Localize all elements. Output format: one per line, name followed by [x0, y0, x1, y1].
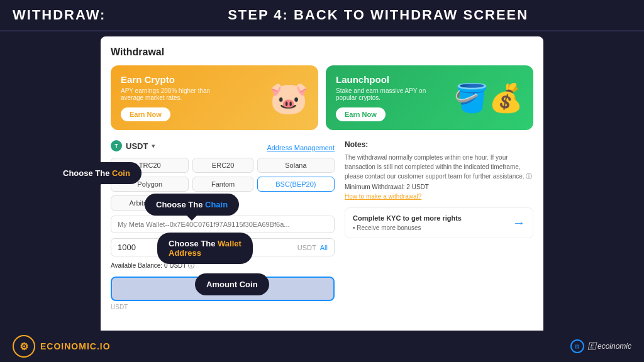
brand-logo-icon: ⚙ — [19, 341, 28, 353]
coin-dropdown-arrow: ▾ — [152, 142, 155, 150]
earn-now-button[interactable]: Earn Now — [121, 107, 170, 121]
chain-erc20[interactable]: ERC20 — [192, 158, 253, 173]
launch-pool-icon: 🪣💰 — [454, 82, 523, 114]
chain-polygon[interactable]: Polygon — [111, 177, 189, 192]
notes-section: Notes: The withdrawal normally completes… — [345, 140, 533, 200]
kyc-title: Complete KYC to get more rights — [353, 214, 462, 222]
earn-content: Earn Crypto APY earnings 200% higher tha… — [121, 74, 221, 121]
earn-heading: Earn Crypto — [121, 74, 221, 85]
launch-now-button[interactable]: Earn Now — [336, 107, 386, 121]
wallet-address-input[interactable] — [111, 216, 335, 233]
notes-info-icon: ⓘ — [526, 173, 532, 180]
how-withdraw-link[interactable]: How to make a withdrawal? — [345, 193, 533, 200]
banner-row: Earn Crypto APY earnings 200% higher tha… — [111, 65, 533, 130]
form-right: Notes: The withdrawal normally completes… — [345, 140, 533, 310]
withdraw-button[interactable]: Withdraw — [111, 277, 335, 301]
kyc-box[interactable]: Complete KYC to get more rights • Receiv… — [345, 207, 533, 238]
kyc-content: Complete KYC to get more rights • Receiv… — [353, 214, 462, 231]
bottom-bar: ⚙ Ecoinomic.io ⚙ 🄴 ecoinomic — [0, 331, 644, 362]
kyc-arrow-icon: → — [513, 216, 525, 230]
earn-crypto-banner: Earn Crypto APY earnings 200% higher tha… — [111, 65, 318, 130]
chain-arbitrum[interactable]: Arbitrum One — [111, 195, 189, 211]
earn-description: APY earnings 200% higher than average ma… — [121, 87, 221, 101]
chain-trc20[interactable]: TRC20 — [111, 158, 189, 173]
notes-body: The withdrawal normally completes within… — [345, 154, 525, 180]
piggy-icon: 🐷 — [269, 80, 308, 116]
withdrawal-title: Withdrawal — [111, 47, 533, 58]
eco-logo-right: ⚙ 🄴 ecoinomic — [570, 339, 631, 353]
launch-heading: Launchpool — [336, 74, 436, 85]
brand-name: Ecoinomic.io — [40, 341, 111, 351]
usdt-note: USDT — [111, 304, 335, 310]
amount-input[interactable] — [118, 243, 297, 252]
form-left: T USDT ▾ Address Management TRC20 ERC20 … — [111, 140, 335, 310]
header-title: Step 4: Back To Withdraw Screen — [125, 7, 631, 23]
form-area: T USDT ▾ Address Management TRC20 ERC20 … — [111, 140, 533, 310]
eco-logo-icon: ⚙ — [574, 343, 580, 350]
coin-dot: T — [111, 140, 122, 151]
balance-label: Available Balance: — [111, 262, 162, 269]
coin-label: USDT — [126, 141, 148, 151]
amount-row: USDT All — [111, 238, 335, 256]
launch-description: Stake and earn massive APY on popular cr… — [336, 87, 436, 101]
eco-brand-name: 🄴 ecoinomic — [588, 342, 631, 351]
chain-fantom[interactable]: Fantom — [192, 177, 253, 192]
header-bar: Withdraw: Step 4: Back To Withdraw Scree… — [0, 0, 644, 31]
balance-text: Available Balance: 0 USDT ⓘ — [111, 261, 335, 270]
notes-title: Notes: — [345, 140, 533, 149]
amount-all-button[interactable]: All — [320, 244, 328, 251]
withdrawal-card: Withdrawal Earn Crypto APY earnings 200%… — [101, 36, 543, 336]
notes-text: The withdrawal normally completes within… — [345, 153, 533, 181]
min-withdraw: Minimum Withdrawal: 2 USDT — [345, 184, 533, 190]
header-left-label: Withdraw: — [13, 7, 106, 23]
balance-value: 0 USDT — [164, 262, 186, 269]
brand-logo-circle: ⚙ — [13, 335, 35, 358]
launchpool-banner: Launchpool Stake and earn massive APY on… — [326, 65, 533, 130]
chain-solana[interactable]: Solana — [257, 158, 335, 173]
amount-unit: USDT — [297, 244, 316, 251]
chain-grid: TRC20 ERC20 Solana Polygon Fantom BSC(BE… — [111, 158, 335, 211]
balance-info-icon: ⓘ — [188, 262, 194, 269]
kyc-sub: • Receive more bonuses — [353, 224, 462, 231]
chain-bsc[interactable]: BSC(BEP20) — [257, 177, 335, 192]
address-management-link[interactable]: Address Management — [267, 144, 335, 151]
launch-content: Launchpool Stake and earn massive APY on… — [336, 74, 436, 121]
eco-logo-circle: ⚙ — [570, 339, 584, 353]
